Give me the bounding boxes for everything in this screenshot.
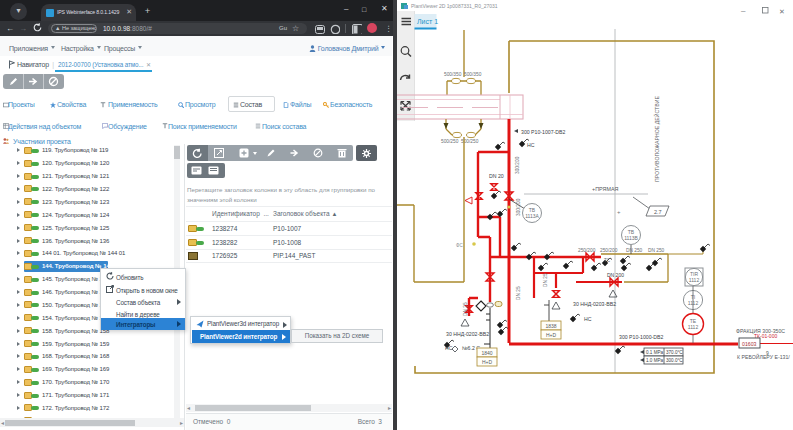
svg-text:НС: НС bbox=[527, 142, 535, 148]
svg-text:1113В: 1113В bbox=[624, 235, 638, 241]
svg-text:НС: НС bbox=[584, 316, 592, 322]
svg-text:DN 250: DN 250 bbox=[626, 248, 643, 253]
svg-text:01603: 01603 bbox=[742, 341, 757, 347]
svg-text:ТС: ТС bbox=[604, 258, 611, 263]
svg-text:PlantViewer 2D 1p0087331_R0_27: PlantViewer 2D 1p0087331_R0_27031 bbox=[411, 3, 498, 9]
svg-text:300 Р10-1000-DВ2: 300 Р10-1000-DВ2 bbox=[619, 334, 664, 340]
svg-text:TE: TE bbox=[690, 318, 697, 324]
svg-text:500/350: 500/350 bbox=[464, 72, 482, 77]
svg-text:ТВ: ТВ bbox=[628, 229, 635, 235]
svg-text:1840: 1840 bbox=[481, 350, 492, 356]
svg-text:DN 250: DN 250 bbox=[648, 248, 665, 253]
svg-text:1838: 1838 bbox=[545, 323, 556, 329]
svg-text:30 ННД-0203-ВВ2: 30 ННД-0203-ВВ2 bbox=[573, 301, 616, 307]
svg-text:1112: 1112 bbox=[689, 277, 700, 283]
svg-text:ФС: ФС bbox=[456, 243, 463, 248]
svg-text:0.1 МРа: 0.1 МРа bbox=[646, 350, 663, 355]
svg-text:+: + bbox=[617, 209, 621, 215]
svg-text:1113А: 1113А bbox=[525, 213, 539, 219]
svg-text:300/200: 300/200 bbox=[515, 156, 520, 174]
svg-text:250/200: 250/200 bbox=[600, 248, 618, 253]
svg-text:DN 25: DN 25 bbox=[543, 273, 548, 287]
svg-text:Н+D: Н+D bbox=[482, 359, 493, 365]
svg-text:DN 25: DN 25 bbox=[516, 286, 521, 300]
svg-text:2.7: 2.7 bbox=[654, 209, 662, 215]
svg-text:DN 200: DN 200 bbox=[607, 272, 624, 278]
svg-text:К РЕБОЙЛЕРУ Е-131/: К РЕБОЙЛЕРУ Е-131/ bbox=[737, 353, 790, 360]
svg-text:500/250: 500/250 bbox=[441, 139, 459, 144]
svg-text:ТВ: ТВ bbox=[529, 207, 536, 213]
svg-text:–: – bbox=[741, 6, 746, 15]
svg-text:30 ННД-0202-ВВ2: 30 ННД-0202-ВВ2 bbox=[446, 331, 489, 337]
svg-text:DN 25: DN 25 bbox=[463, 302, 468, 316]
svg-text:+ПРЯМАЯ: +ПРЯМАЯ bbox=[592, 186, 618, 192]
svg-text:300.0°С: 300.0°С bbox=[666, 358, 683, 363]
svg-text:НС: НС bbox=[445, 345, 453, 351]
svg-text:TIR: TIR bbox=[690, 271, 698, 277]
svg-text:1.0 МРа: 1.0 МРа bbox=[646, 358, 663, 363]
svg-text:✕: ✕ bbox=[779, 8, 785, 15]
svg-text:Н+D: Н+D bbox=[546, 332, 557, 338]
svg-text:9: 9 bbox=[766, 350, 769, 356]
svg-text:250/200: 250/200 bbox=[578, 248, 596, 253]
svg-text:Лист 1: Лист 1 bbox=[417, 18, 438, 25]
svg-text:500/350: 500/350 bbox=[444, 72, 462, 77]
svg-text:370.0°С: 370.0°С bbox=[666, 350, 683, 355]
svg-text:300 Р10-1007-DВ2: 300 Р10-1007-DВ2 bbox=[521, 129, 566, 135]
svg-text:300/200: 300/200 bbox=[516, 198, 521, 216]
svg-text:DN 20: DN 20 bbox=[489, 173, 504, 179]
svg-text:ПРОТИВОПОЖАРНОЕ ДЕЙСТВИЕ: ПРОТИВОПОЖАРНОЕ ДЕЙСТВИЕ bbox=[653, 96, 660, 182]
svg-text:1112: 1112 bbox=[688, 324, 699, 330]
